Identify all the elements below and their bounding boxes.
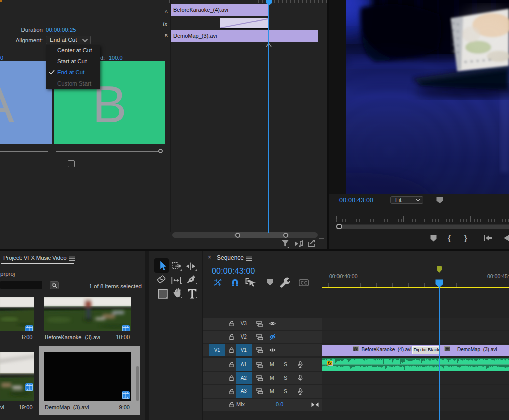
end-slider[interactable] xyxy=(56,151,159,152)
project-tab[interactable]: Project: VFX Music Video xyxy=(3,255,67,261)
show-actual-sources-checkbox[interactable] xyxy=(68,160,75,167)
thumbnail-partial[interactable] xyxy=(0,297,34,331)
menu-item-end-at-cut[interactable]: End at Cut xyxy=(46,67,100,78)
nest-sequences-icon[interactable] xyxy=(213,278,222,287)
mute-button-a2[interactable]: M xyxy=(270,375,274,381)
item-name[interactable]: DemoMap_(3).avi xyxy=(45,404,89,410)
selection-tool[interactable] xyxy=(158,261,168,271)
panel-divider[interactable] xyxy=(327,0,329,250)
playhead-head[interactable] xyxy=(435,279,443,288)
mini-clip-b[interactable]: DemoMap_(3).avi xyxy=(171,30,318,42)
sync-lock-icon[interactable] xyxy=(256,321,263,327)
track-name-v2[interactable]: V2 xyxy=(236,334,252,340)
panel-menu-icon[interactable] xyxy=(69,256,75,261)
thumbnail-partial[interactable] xyxy=(0,352,34,401)
marker-icon[interactable] xyxy=(435,196,444,204)
track-output-eye-icon[interactable] xyxy=(269,347,276,353)
pen-tool[interactable] xyxy=(186,274,196,284)
timeline-settings-wrench-icon[interactable] xyxy=(279,277,290,288)
lock-icon[interactable] xyxy=(229,389,234,394)
mark-in-button[interactable]: { xyxy=(448,234,451,242)
ec-zoom-handle-right[interactable] xyxy=(283,233,288,238)
panel-menu-icon[interactable] xyxy=(246,256,252,261)
transition-clip[interactable]: Dip to Black xyxy=(412,346,439,354)
track-name-v3[interactable]: V3 xyxy=(236,321,252,326)
ripple-edit-tool[interactable] xyxy=(186,261,196,271)
mute-button-a1[interactable]: M xyxy=(270,361,274,367)
solo-button-a2[interactable]: S xyxy=(284,375,287,381)
mix-value[interactable]: 0.0 xyxy=(276,401,283,407)
source-v1-button[interactable]: V1 xyxy=(209,344,226,356)
snap-magnet-icon[interactable] xyxy=(231,278,239,286)
play-audio-icon[interactable] xyxy=(294,240,304,247)
end-value[interactable]: 100.0 xyxy=(109,55,123,61)
menu-item-center-at-cut[interactable]: Center at Cut xyxy=(46,45,100,56)
go-to-in-button[interactable] xyxy=(484,235,492,241)
solo-button-a1[interactable]: S xyxy=(284,361,287,367)
lock-icon[interactable] xyxy=(229,321,234,326)
mark-out-button[interactable]: } xyxy=(464,234,467,242)
track-content-v3[interactable] xyxy=(322,318,509,330)
sequence-tab[interactable]: Sequence xyxy=(217,254,244,261)
sync-lock-icon[interactable] xyxy=(256,388,263,394)
voiceover-mic-icon[interactable] xyxy=(298,388,303,395)
mute-button-a3[interactable]: M xyxy=(270,388,274,394)
pm-seek-bar[interactable] xyxy=(336,224,509,229)
target-v1-button[interactable]: V1 xyxy=(236,344,252,356)
sync-lock-icon[interactable] xyxy=(256,375,263,381)
ec-playhead-line[interactable] xyxy=(268,0,269,233)
lock-icon[interactable] xyxy=(229,375,234,381)
voiceover-mic-icon[interactable] xyxy=(298,361,303,368)
sequence-marker-icon[interactable] xyxy=(436,266,442,273)
mini-clip-a[interactable]: BeforeKaraoke_(4).avi xyxy=(171,4,268,16)
track-content-mix[interactable] xyxy=(322,399,509,411)
linked-selection-icon[interactable] xyxy=(245,278,257,287)
sync-lock-icon[interactable] xyxy=(256,347,263,353)
filter-icon[interactable] xyxy=(281,240,290,248)
pm-scrubber-handle[interactable] xyxy=(336,224,342,229)
target-a3-button[interactable]: A3 xyxy=(236,385,252,398)
end-slider-knob[interactable] xyxy=(158,149,163,153)
item-name[interactable]: BeforeKaraoke_(3).avi xyxy=(45,334,100,340)
target-a1-button[interactable]: A1 xyxy=(236,358,252,371)
start-slider[interactable] xyxy=(0,151,48,152)
playhead-line[interactable] xyxy=(439,284,439,420)
sync-lock-icon[interactable] xyxy=(256,334,263,340)
lock-icon[interactable] xyxy=(229,334,234,340)
add-marker-button[interactable] xyxy=(430,235,437,242)
solo-button-a3[interactable]: S xyxy=(284,388,287,394)
track-output-hidden-icon[interactable] xyxy=(269,334,276,340)
track-content-v2[interactable] xyxy=(322,331,509,343)
thumbnail-beforekaraoke3[interactable] xyxy=(44,297,131,331)
ec-zoom-handle-left[interactable] xyxy=(235,233,240,238)
start-value[interactable]: 0 xyxy=(0,55,3,61)
target-a2-button[interactable]: A2 xyxy=(236,372,252,385)
selected-item-card[interactable]: DemoMap_(3).avi 9:00 xyxy=(39,346,140,415)
menu-item-start-at-cut[interactable]: Start at Cut xyxy=(46,56,100,67)
voiceover-mic-icon[interactable] xyxy=(298,375,303,382)
slip-tool[interactable] xyxy=(171,275,181,285)
lock-icon[interactable] xyxy=(229,362,234,367)
sequence-timecode[interactable]: 00:00:43:00 xyxy=(212,267,256,276)
close-panel-button[interactable]: × xyxy=(208,254,211,261)
track-output-eye-icon[interactable] xyxy=(269,321,276,326)
razor-tool[interactable] xyxy=(156,274,166,284)
add-marker-icon[interactable] xyxy=(266,279,274,286)
a1-audio-clip[interactable] xyxy=(322,358,509,371)
transition-mini-ruler[interactable] xyxy=(169,0,327,3)
track-content-a2[interactable] xyxy=(322,372,509,385)
keyframe-nav-icon[interactable] xyxy=(311,402,319,407)
lock-icon[interactable] xyxy=(229,402,234,407)
scrollbar-thumb[interactable] xyxy=(136,366,139,401)
ec-zoom-scrollbar-thumb[interactable] xyxy=(234,232,289,238)
export-frame-icon[interactable] xyxy=(307,239,317,247)
transition-crossfade-box[interactable] xyxy=(220,18,269,29)
clip-title[interactable]: BeforeKaraoke_(4).avi xyxy=(362,347,412,352)
panel-divider[interactable] xyxy=(145,251,149,420)
sync-lock-icon[interactable] xyxy=(256,362,263,368)
pm-ruler-ticks[interactable] xyxy=(336,219,509,222)
track-content-a3[interactable] xyxy=(322,385,509,398)
lock-icon[interactable] xyxy=(229,347,234,353)
duration-value[interactable]: 00:00:00:25 xyxy=(46,27,76,33)
step-back-button[interactable] xyxy=(503,235,509,241)
